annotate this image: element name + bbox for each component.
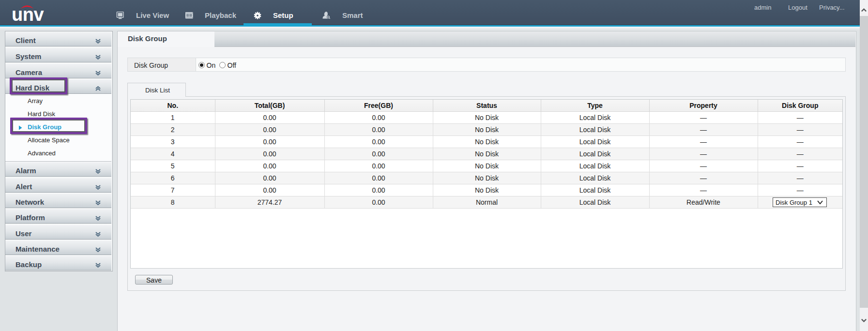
svg-text:unv: unv	[12, 4, 44, 24]
